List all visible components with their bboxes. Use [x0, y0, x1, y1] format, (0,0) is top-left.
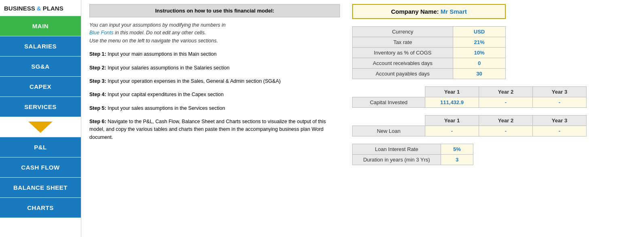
sidebar-item-services[interactable]: SERVICES	[0, 97, 81, 117]
step-3: Step 3: Input your operation expenses in…	[89, 78, 340, 85]
capital-invested-y3[interactable]: -	[533, 97, 587, 108]
settings-label-0: Currency	[353, 27, 453, 37]
instructions-panel: Instructions on how to use this financia…	[89, 4, 340, 233]
capital-invested-y1[interactable]: 111,432.9	[425, 97, 479, 108]
settings-value-2[interactable]: 10%	[453, 48, 506, 58]
new-loan-row: New Loan - - -	[353, 126, 587, 136]
loan-info-row-0: Loan Interest Rate 5%	[353, 144, 473, 155]
sidebar-item-capex[interactable]: CAPEX	[0, 77, 81, 97]
logo-ampersand: &	[37, 5, 41, 12]
loan-info-table: Loan Interest Rate 5% Duration in years …	[352, 144, 473, 165]
step-5: Step 5: Input your sales assumptions in …	[89, 105, 340, 112]
arrow-icon	[28, 122, 53, 133]
sidebar-arrow-divider	[0, 117, 81, 137]
loan-year3-header: Year 3	[533, 115, 587, 126]
loan-year1-header: Year 1	[425, 115, 479, 126]
logo: BUSINESS & PLANS	[0, 0, 81, 16]
logo-text-before: BUSINESS	[4, 5, 37, 12]
right-panel: Company Name: Mr Smart Currency USD Tax …	[352, 4, 636, 233]
step-1: Step 1: Input your main assumptions in t…	[89, 50, 340, 58]
capital-year2-header: Year 2	[479, 87, 533, 97]
loan-info-value-1[interactable]: 3	[441, 155, 473, 165]
new-loan-table: Year 1 Year 2 Year 3 New Loan - - -	[352, 115, 587, 136]
settings-label-3: Account receivables days	[353, 58, 453, 69]
settings-row-1: Tax rate 21%	[353, 37, 506, 48]
loan-info-value-0[interactable]: 5%	[441, 144, 473, 155]
settings-value-4[interactable]: 30	[453, 69, 506, 79]
settings-label-1: Tax rate	[353, 37, 453, 48]
capital-invested-label: Capital Invested	[353, 97, 425, 108]
new-loan-y1[interactable]: -	[425, 126, 479, 136]
settings-row-4: Account payables days 30	[353, 69, 506, 79]
new-loan-label: New Loan	[353, 126, 425, 136]
sidebar-item-pl[interactable]: P&L	[0, 137, 81, 157]
logo-text-after: PLANS	[41, 5, 63, 12]
new-loan-y3[interactable]: -	[533, 126, 587, 136]
capital-year1-header: Year 1	[425, 87, 479, 97]
settings-value-3[interactable]: 0	[453, 58, 506, 69]
capital-invested-table: Year 1 Year 2 Year 3 Capital Invested 11…	[352, 86, 587, 108]
settings-row-3: Account receivables days 0	[353, 58, 506, 69]
sidebar-item-charts[interactable]: CHARTS	[0, 198, 81, 218]
capital-invested-row: Capital Invested 111,432.9 - -	[353, 97, 587, 108]
sidebar-item-main[interactable]: MAIN	[0, 16, 81, 36]
capital-year3-header: Year 3	[533, 87, 587, 97]
sidebar: BUSINESS & PLANS MAIN SALARIES SG&A CAPE…	[0, 0, 81, 237]
step-6: Step 6: Navigate to the P&L, Cash Flow, …	[89, 118, 340, 141]
settings-value-1[interactable]: 21%	[453, 37, 506, 48]
sidebar-item-salaries[interactable]: SALARIES	[0, 36, 81, 57]
step-2: Step 2: Input your salaries assumptions …	[89, 64, 340, 72]
settings-label-4: Account payables days	[353, 69, 453, 79]
instructions-intro: You can input your assumptions by modify…	[89, 21, 340, 45]
settings-row-0: Currency USD	[353, 27, 506, 37]
company-name-box: Company Name: Mr Smart	[352, 4, 506, 19]
step-4: Step 4: Input your capital expenditures …	[89, 91, 340, 99]
sidebar-item-balancesheet[interactable]: BALANCE SHEET	[0, 178, 81, 198]
settings-row-2: Inventory as % of COGS 10%	[353, 48, 506, 58]
settings-table: Currency USD Tax rate 21% Inventory as %…	[352, 26, 506, 79]
capital-empty-header	[353, 87, 425, 97]
capital-invested-y2[interactable]: -	[479, 97, 533, 108]
main-content: Instructions on how to use this financia…	[81, 0, 644, 237]
instructions-header: Instructions on how to use this financia…	[89, 4, 340, 17]
loan-info-label-1: Duration in years (min 3 Yrs)	[353, 155, 441, 165]
loan-empty-header	[353, 115, 425, 126]
settings-value-0[interactable]: USD	[453, 27, 506, 37]
sidebar-item-sga[interactable]: SG&A	[0, 57, 81, 77]
settings-label-2: Inventory as % of COGS	[353, 48, 453, 58]
new-loan-y2[interactable]: -	[479, 126, 533, 136]
loan-info-label-0: Loan Interest Rate	[353, 144, 441, 155]
sidebar-item-cashflow[interactable]: CASH FLOW	[0, 157, 81, 178]
loan-year2-header: Year 2	[479, 115, 533, 126]
loan-info-row-1: Duration in years (min 3 Yrs) 3	[353, 155, 473, 165]
